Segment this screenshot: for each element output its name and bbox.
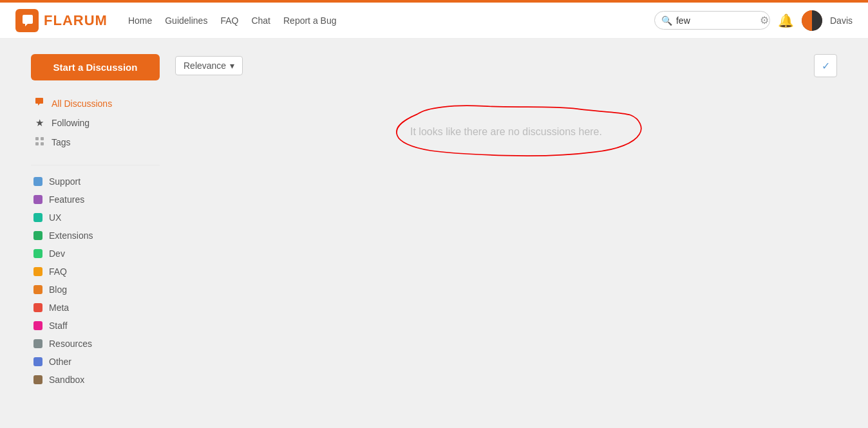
avatar[interactable] <box>802 10 822 31</box>
tag-label: UX <box>49 212 61 223</box>
sidebar-item-tags[interactable]: Tags <box>31 133 160 152</box>
nav-chat[interactable]: Chat <box>251 15 270 26</box>
nav-faq[interactable]: FAQ <box>220 15 238 26</box>
svg-rect-1 <box>41 137 44 140</box>
check-button[interactable]: ✓ <box>814 54 837 77</box>
tag-item-resources[interactable]: Resources <box>31 335 160 352</box>
chat-icon <box>33 97 45 109</box>
tag-color-swatch <box>33 375 42 384</box>
all-discussions-label: All Discussions <box>52 98 112 109</box>
svg-rect-0 <box>35 137 39 140</box>
content-header: Relevance ▾ ✓ <box>175 54 837 77</box>
following-label: Following <box>52 118 90 128</box>
tag-label: Support <box>49 176 80 187</box>
tag-item-sandbox[interactable]: Sandbox <box>31 371 160 388</box>
header: FLARUM Home Guidelines FAQ Chat Report a… <box>0 3 868 39</box>
sidebar-nav: All Discussions ★ Following Tags <box>31 93 160 152</box>
tag-item-meta[interactable]: Meta <box>31 299 160 316</box>
search-settings-icon[interactable]: ⚙ <box>760 14 769 26</box>
tag-item-support[interactable]: Support <box>31 173 160 190</box>
nav-guidelines[interactable]: Guidelines <box>165 15 207 26</box>
svg-rect-2 <box>35 142 39 145</box>
logo[interactable]: FLARUM <box>15 9 108 32</box>
tag-color-swatch <box>33 177 42 186</box>
search-box[interactable]: 🔍 ⚙ <box>654 11 770 30</box>
logo-text: FLARUM <box>44 12 108 29</box>
tag-color-swatch <box>33 321 42 330</box>
nav-report-bug[interactable]: Report a Bug <box>283 15 337 26</box>
chevron-down-icon: ▾ <box>230 60 234 71</box>
tag-label: Blog <box>49 284 67 295</box>
tag-item-ux[interactable]: UX <box>31 209 160 226</box>
sidebar-item-all-discussions[interactable]: All Discussions <box>31 93 160 113</box>
tag-label: Other <box>49 357 71 367</box>
content-area: Relevance ▾ ✓ It looks like there are no… <box>175 54 837 388</box>
tag-item-other[interactable]: Other <box>31 353 160 370</box>
notifications-icon[interactable]: 🔔 <box>778 13 794 28</box>
search-icon: 🔍 <box>661 15 672 26</box>
main-layout: Start a Discussion All Discussions ★ Fol… <box>15 54 853 388</box>
logo-icon <box>15 9 39 32</box>
tag-item-blog[interactable]: Blog <box>31 281 160 298</box>
tag-label: Meta <box>49 302 69 313</box>
tag-list: SupportFeaturesUXExtensionsDevFAQBlogMet… <box>31 173 160 388</box>
header-right: 🔍 ⚙ 🔔 Davis <box>654 10 853 31</box>
tag-label: Staff <box>49 321 68 331</box>
nav-home[interactable]: Home <box>128 15 152 26</box>
empty-message: It looks like there are no discussions h… <box>410 126 602 138</box>
username-label[interactable]: Davis <box>830 15 853 26</box>
tag-item-extensions[interactable]: Extensions <box>31 227 160 244</box>
tags-icon <box>33 136 45 148</box>
tag-color-swatch <box>33 339 42 348</box>
search-input[interactable] <box>676 15 760 26</box>
tag-item-faq[interactable]: FAQ <box>31 263 160 280</box>
tag-label: Features <box>49 194 84 205</box>
main-nav: Home Guidelines FAQ Chat Report a Bug <box>128 15 337 26</box>
tag-color-swatch <box>33 195 42 204</box>
sidebar-item-following[interactable]: ★ Following <box>31 113 160 133</box>
sort-dropdown[interactable]: Relevance ▾ <box>175 56 243 75</box>
tag-color-swatch <box>33 285 42 294</box>
tag-item-dev[interactable]: Dev <box>31 245 160 262</box>
sidebar: Start a Discussion All Discussions ★ Fol… <box>31 54 160 388</box>
svg-rect-3 <box>41 142 44 145</box>
tags-label: Tags <box>52 137 71 147</box>
tag-item-staff[interactable]: Staff <box>31 317 160 334</box>
start-discussion-button[interactable]: Start a Discussion <box>31 54 160 80</box>
tag-color-swatch <box>33 357 42 366</box>
tag-label: FAQ <box>49 266 67 277</box>
tag-label: Resources <box>49 339 92 349</box>
sidebar-divider <box>31 165 160 165</box>
tag-color-swatch <box>33 213 42 222</box>
tag-label: Sandbox <box>49 375 84 385</box>
sort-label: Relevance <box>184 60 226 71</box>
tag-label: Extensions <box>49 230 93 241</box>
tag-item-features[interactable]: Features <box>31 191 160 208</box>
tag-color-swatch <box>33 303 42 312</box>
tag-color-swatch <box>33 267 42 276</box>
tag-label: Dev <box>49 248 65 259</box>
star-icon: ★ <box>33 117 45 129</box>
tag-color-swatch <box>33 249 42 258</box>
empty-state: It looks like there are no discussions h… <box>175 88 837 176</box>
tag-color-swatch <box>33 231 42 240</box>
